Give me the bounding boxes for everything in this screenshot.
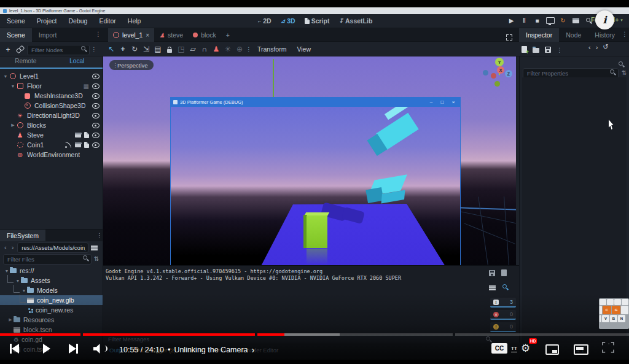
workspace-assetlib[interactable]: ↧AssetLib [336,17,375,25]
collapse-messages-icon[interactable] [489,282,496,293]
object-history-button[interactable]: ↺ [603,43,608,51]
visibility-eye-icon[interactable] [92,133,100,138]
minimize-button[interactable]: – [427,99,436,105]
sort-files-icon[interactable]: ⇅ [94,255,99,262]
remote-button[interactable]: Remote [0,56,52,68]
chapter-arrow-icon[interactable]: › [252,344,255,355]
visibility-eye-icon[interactable] [92,113,100,118]
close-icon[interactable]: × [146,32,149,39]
tree-row-floor[interactable]: ▼Floor▦ [0,81,103,91]
lock-node-button[interactable] [164,44,175,55]
menu-debug[interactable]: Debug [65,16,90,26]
tab-inspector[interactable]: Inspector [519,28,559,42]
error-count-badge[interactable]: × 0 [490,310,516,320]
play-video-button[interactable] [43,344,50,354]
tree-row-blocks[interactable]: ▶Blocks [0,120,103,130]
tree-row-meshinstance3d[interactable]: MeshInstance3D [0,91,103,101]
visibility-eye-icon[interactable] [92,103,100,109]
chapter-title[interactable]: Unlinking the Camera [174,346,248,354]
play-button[interactable]: ▶ [506,16,517,25]
inspector-menu-icon[interactable]: ⋮ [622,31,628,37]
preview-environment-button[interactable]: ⊕ [234,44,245,55]
progress-played[interactable] [83,333,255,336]
nav-forward-icon[interactable]: › [10,244,15,251]
history-back-button[interactable]: ‹ [588,44,591,51]
message-count-badge[interactable]: ! 3 [490,298,516,308]
gizmo-neg-x[interactable] [483,70,488,76]
tab-level-1[interactable]: level_1 × [108,28,154,42]
captions-button[interactable]: CC [491,343,507,354]
local-space-button[interactable]: ▱ [187,44,198,55]
tab-steve[interactable]: ♟ steve [154,28,188,42]
gizmo-neg-y[interactable] [494,81,500,87]
view-menu[interactable]: View [292,45,316,53]
fs-row-coin-new-res[interactable]: coin_new.res [0,305,103,315]
history-forward-button[interactable]: › [596,44,598,51]
scene-instance-icon[interactable] [75,142,81,147]
remote-debug-button[interactable] [545,16,555,25]
tab-history[interactable]: History [588,28,622,42]
signal-icon[interactable] [65,142,72,148]
rotate-mode-button[interactable]: ↻ [129,44,140,55]
close-button[interactable]: × [449,99,458,105]
search-output-icon[interactable] [502,282,509,293]
path-input[interactable] [17,242,88,253]
new-resource-button[interactable] [522,44,527,55]
workspace-3d[interactable]: ⊿3D [278,17,298,25]
visibility-eye-icon[interactable] [92,93,100,99]
visibility-eye-icon[interactable] [92,123,100,128]
move-mode-button[interactable]: + [117,44,128,55]
next-button[interactable] [69,344,78,354]
miniplayer-button[interactable] [545,344,559,355]
menu-help[interactable]: Help [125,16,144,26]
filesystem-title[interactable]: FileSystem [0,230,45,241]
preview-settings-icon[interactable]: ⋮ [246,46,252,53]
instance-scene-button[interactable] [15,44,26,55]
scene-instance-icon[interactable] [75,133,81,137]
tree-row-collisionshape3d[interactable]: CollisionShape3D [0,101,103,110]
fs-row-coin-new-glb[interactable]: coin_new.glb [0,295,103,305]
group-node-button[interactable]: ◳ [176,44,187,55]
fs-row-models[interactable]: ▼Models [0,285,103,295]
stop-button[interactable]: ■ [532,16,542,25]
tab-node[interactable]: Node [559,28,588,42]
debug-window-titlebar[interactable]: 3D Platformer Game (DEBUG) – □ × [171,98,460,107]
visibility-eye-icon[interactable] [92,83,100,89]
theater-mode-button[interactable] [574,344,588,355]
scene-tree-menu-icon[interactable]: ⋮ [91,46,97,53]
info-card-button[interactable]: i [595,10,614,29]
tree-row-steve[interactable]: ♟Steve [0,130,103,140]
tree-row-directionallight3d[interactable]: ☀DirectionalLight3D [0,110,103,120]
menu-editor[interactable]: Editor [96,16,119,26]
save-resource-button[interactable] [545,44,551,55]
viewport-3d[interactable]: ⋮ Perspective Y X Z 3D Platformer Game (… [103,56,516,265]
filter-messages-input[interactable]: Filter Messages [108,336,149,343]
gizmo-y-axis[interactable]: Y [495,58,504,66]
tab-block[interactable]: block [188,28,221,42]
tree-row-coin1[interactable]: Coin1 [0,140,103,150]
fs-row-res[interactable]: ▼res:// [0,266,103,276]
maximize-button[interactable]: □ [438,99,447,105]
nav-back-icon[interactable]: ‹ [3,244,8,251]
visibility-eye-icon[interactable] [92,142,100,148]
collapse-icon[interactable]: ▼ [2,74,9,79]
progress-buffered[interactable] [284,333,340,336]
script-icon[interactable] [84,142,89,148]
reload-button[interactable]: ↻ [558,16,568,25]
script-icon[interactable] [84,132,89,138]
fullscreen-button[interactable] [603,343,613,352]
visibility-eye-icon[interactable] [92,74,100,79]
workspace-script[interactable]: Script [302,17,332,25]
menu-scene[interactable]: Scene [4,16,28,26]
gizmo-x-axis[interactable]: X [497,66,504,74]
load-resource-button[interactable] [533,44,539,55]
local-button[interactable]: Local [52,56,103,68]
copy-output-icon[interactable] [501,268,507,279]
tab-scene-dock[interactable]: Scene [0,28,32,42]
movie-maker-button[interactable] [571,16,581,25]
selection-list-button[interactable]: ▤ [152,44,163,55]
tree-row-worldenvironment[interactable]: ⊕WorldEnvironment [0,150,103,160]
progress-remaining[interactable] [455,333,629,336]
expand-icon[interactable]: ▶ [10,123,16,128]
fs-row-resources[interactable]: ▶Resources [0,315,103,325]
